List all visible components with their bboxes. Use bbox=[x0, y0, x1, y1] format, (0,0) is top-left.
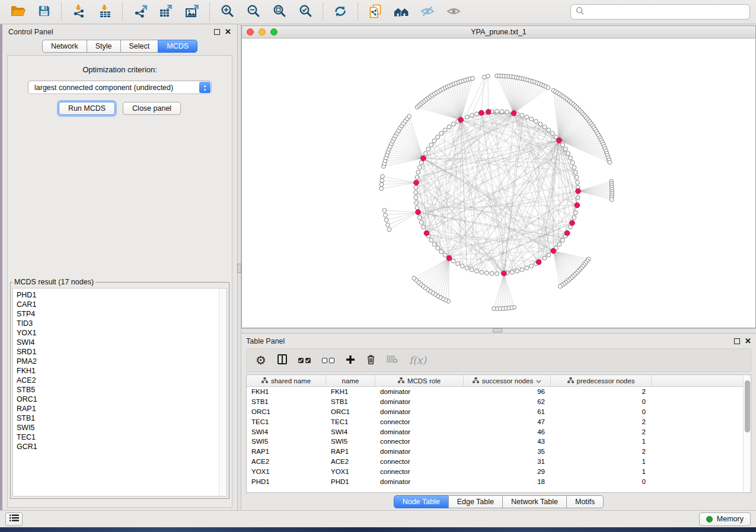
network-node[interactable] bbox=[495, 110, 499, 114]
mcds-node[interactable] bbox=[575, 203, 580, 208]
function-builder-button[interactable]: f(x) bbox=[409, 351, 426, 369]
network-node[interactable] bbox=[547, 253, 551, 257]
mcds-node[interactable] bbox=[511, 111, 516, 116]
first-neighbors-button[interactable] bbox=[390, 2, 413, 22]
network-node[interactable] bbox=[529, 264, 534, 268]
column-header-name[interactable]: name bbox=[326, 375, 375, 386]
network-node[interactable] bbox=[447, 125, 451, 129]
close-panel-icon[interactable]: ✕ bbox=[745, 338, 751, 344]
satellite-node[interactable] bbox=[380, 178, 384, 182]
divider-handle[interactable] bbox=[493, 328, 502, 332]
network-node[interactable] bbox=[443, 253, 447, 257]
float-panel-icon[interactable] bbox=[734, 338, 740, 344]
table-row-YOX1[interactable]: YOX1YOX1connector291 bbox=[247, 466, 743, 476]
mcds-result-item[interactable]: STP4 bbox=[17, 309, 219, 319]
show-column-selector-button[interactable] bbox=[277, 351, 287, 369]
satellite-node[interactable] bbox=[384, 213, 388, 217]
mcds-result-item[interactable]: STB1 bbox=[17, 414, 219, 423]
mcds-result-item[interactable]: SWI4 bbox=[17, 338, 219, 347]
mcds-node[interactable] bbox=[536, 259, 541, 265]
mcds-node[interactable] bbox=[458, 117, 464, 123]
network-node[interactable] bbox=[520, 268, 524, 272]
mcds-result-item[interactable]: SRD1 bbox=[17, 347, 219, 357]
network-node[interactable] bbox=[572, 165, 576, 169]
mcds-result-item[interactable]: CAR1 bbox=[17, 300, 219, 309]
network-node[interactable] bbox=[495, 272, 499, 276]
network-node[interactable] bbox=[547, 128, 551, 132]
minimize-window-button[interactable] bbox=[259, 28, 266, 36]
network-node[interactable] bbox=[429, 143, 433, 147]
network-node[interactable] bbox=[456, 262, 460, 266]
tab-select[interactable]: Select bbox=[120, 40, 159, 53]
panel-list-button[interactable] bbox=[5, 512, 23, 526]
satellite-node[interactable] bbox=[492, 307, 496, 311]
network-node[interactable] bbox=[432, 139, 436, 143]
horizontal-split-divider[interactable] bbox=[241, 328, 756, 334]
mcds-node[interactable] bbox=[414, 180, 419, 185]
zoom-selected-button[interactable] bbox=[294, 2, 317, 22]
select-all-button[interactable] bbox=[298, 351, 311, 369]
column-header-successor-nodes[interactable]: successor nodes bbox=[464, 375, 551, 386]
delete-table-button[interactable] bbox=[387, 351, 398, 369]
run-mcds-button[interactable]: Run MCDS bbox=[59, 102, 115, 115]
network-node[interactable] bbox=[416, 171, 420, 175]
network-node[interactable] bbox=[424, 152, 428, 156]
tab-network-table[interactable]: Network Table bbox=[502, 495, 567, 508]
network-node[interactable] bbox=[465, 115, 469, 119]
network-node[interactable] bbox=[560, 238, 564, 242]
network-node[interactable] bbox=[439, 132, 444, 136]
delete-column-button[interactable] bbox=[366, 351, 375, 369]
criterion-dropdown[interactable]: largest connected component (undirected)… bbox=[28, 81, 212, 94]
apply-layout-button[interactable] bbox=[328, 2, 352, 22]
network-node[interactable] bbox=[475, 112, 479, 116]
float-panel-icon[interactable] bbox=[214, 29, 220, 35]
create-column-button[interactable] bbox=[346, 351, 355, 369]
network-node[interactable] bbox=[422, 225, 426, 229]
network-node[interactable] bbox=[470, 113, 474, 117]
deselect-all-button[interactable] bbox=[322, 351, 334, 369]
satellite-node[interactable] bbox=[546, 86, 550, 90]
table-row-SWI5[interactable]: SWI5SWI5connector431 bbox=[247, 437, 743, 447]
mcds-node[interactable] bbox=[486, 110, 491, 115]
network-node[interactable] bbox=[465, 266, 469, 270]
mcds-result-item[interactable]: ACE2 bbox=[17, 376, 219, 385]
close-panel-icon[interactable]: ✕ bbox=[225, 29, 231, 35]
network-node[interactable] bbox=[490, 271, 494, 275]
save-session-button[interactable] bbox=[32, 2, 56, 22]
mcds-result-item[interactable]: ORC1 bbox=[17, 395, 219, 404]
mcds-node[interactable] bbox=[576, 188, 581, 194]
table-mode-gear-button[interactable]: ⚙ bbox=[256, 351, 266, 369]
tab-edge-table[interactable]: Edge Table bbox=[448, 495, 503, 508]
satellite-node[interactable] bbox=[379, 182, 384, 187]
network-node[interactable] bbox=[557, 242, 562, 246]
network-node[interactable] bbox=[414, 191, 418, 195]
table-row-RAP1[interactable]: RAP1RAP1dominator352 bbox=[247, 447, 743, 457]
network-node[interactable] bbox=[439, 250, 444, 254]
satellite-node[interactable] bbox=[471, 76, 475, 81]
mcds-result-item[interactable]: TEC1 bbox=[17, 432, 219, 442]
network-node[interactable] bbox=[575, 175, 579, 180]
mcds-result-item[interactable]: TID3 bbox=[17, 319, 219, 328]
new-network-from-selection-button[interactable] bbox=[363, 2, 387, 22]
mcds-node[interactable] bbox=[416, 210, 421, 215]
open-file-button[interactable] bbox=[6, 2, 30, 22]
maximize-window-button[interactable] bbox=[270, 28, 277, 36]
network-node[interactable] bbox=[510, 270, 514, 274]
satellite-node[interactable] bbox=[407, 114, 412, 118]
network-node[interactable] bbox=[538, 122, 543, 126]
mcds-result-item[interactable]: SWI5 bbox=[17, 423, 219, 432]
mcds-result-list[interactable]: PHD1CAR1STP4TID3YOX1SWI4SRD1PMA2FKH1ACE2… bbox=[12, 288, 227, 496]
network-node[interactable] bbox=[576, 180, 580, 184]
export-table-button[interactable] bbox=[154, 2, 178, 22]
table-row-PHD1[interactable]: PHD1PHD1dominator180 bbox=[247, 476, 743, 486]
mcds-result-item[interactable]: GCR1 bbox=[17, 442, 219, 451]
divider-handle[interactable] bbox=[237, 264, 241, 273]
hide-selected-button[interactable] bbox=[416, 2, 439, 22]
zoom-in-button[interactable] bbox=[215, 2, 239, 22]
satellite-node[interactable] bbox=[379, 187, 384, 191]
mcds-result-item[interactable]: FKH1 bbox=[17, 366, 219, 376]
table-row-ORC1[interactable]: ORC1ORC1dominator610 bbox=[247, 407, 743, 417]
mcds-node[interactable] bbox=[502, 271, 507, 276]
tab-network[interactable]: Network bbox=[42, 40, 87, 53]
network-node[interactable] bbox=[484, 271, 489, 275]
